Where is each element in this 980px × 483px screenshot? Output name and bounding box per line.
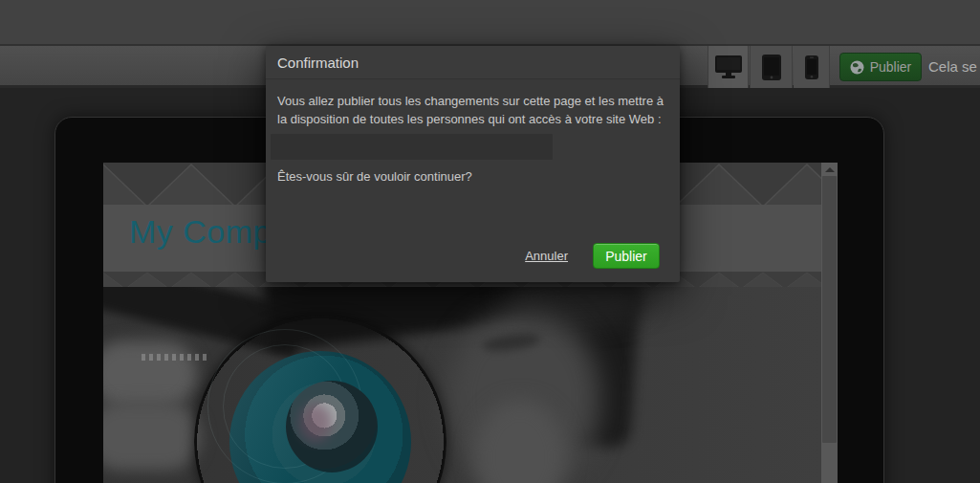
toolbar-truncated-text: Cela se xyxy=(928,58,977,75)
dialog-question: Êtes-vous sûr de vouloir continuer? xyxy=(277,167,668,186)
dialog-footer: Annuler Publier xyxy=(525,243,660,269)
dialog-message-line2: la disposition de toutes les personnes q… xyxy=(277,110,668,128)
device-preview-desktop-button[interactable] xyxy=(708,46,749,88)
dialog-title: Confirmation xyxy=(277,55,359,71)
confirmation-dialog: Confirmation Vous allez publier tous les… xyxy=(266,46,680,282)
dialog-header: Confirmation xyxy=(266,46,680,79)
lens-flare xyxy=(299,404,332,442)
tablet-icon xyxy=(762,55,781,80)
globe-icon xyxy=(850,60,864,75)
hero-photo-camera xyxy=(103,287,821,483)
hand-left-shape xyxy=(103,340,197,407)
scrollbar-up-button[interactable] xyxy=(821,163,838,176)
scrollbar-thumb[interactable] xyxy=(822,176,837,443)
cancel-button[interactable]: Annuler xyxy=(525,249,568,263)
preview-scrollbar[interactable] xyxy=(821,163,838,483)
hand-left-shape xyxy=(103,402,201,471)
arrow-up-icon xyxy=(825,167,835,172)
device-preview-tablet-button[interactable] xyxy=(750,46,793,88)
lens-branding-text-shape xyxy=(142,354,210,361)
toolbar-publish-button[interactable]: Publier xyxy=(839,53,922,81)
editor-screen: Publier Cela se My Company xyxy=(0,0,980,483)
desktop-icon xyxy=(715,55,742,78)
mobile-icon xyxy=(805,55,818,79)
dialog-body: Vous allez publier tous les changements … xyxy=(266,79,680,186)
site-url-redacted xyxy=(271,134,553,160)
dialog-message-line1: Vous allez publier tous les changements … xyxy=(277,92,668,110)
top-bar xyxy=(0,0,980,46)
toolbar-publish-label: Publier xyxy=(870,59,912,75)
publish-confirm-button[interactable]: Publier xyxy=(593,243,660,269)
device-preview-mobile-button[interactable] xyxy=(794,46,830,88)
